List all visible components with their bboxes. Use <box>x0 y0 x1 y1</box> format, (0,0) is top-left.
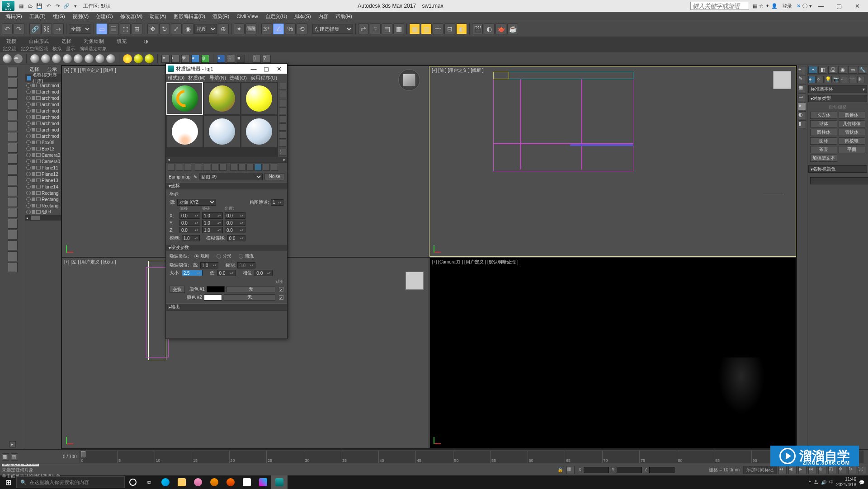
part4-icon[interactable]: ● <box>191 55 199 63</box>
mt8-icon[interactable] <box>230 164 237 171</box>
color2-check[interactable]: ✓ <box>279 295 283 300</box>
mirror-icon[interactable]: ⇄ <box>358 24 369 34</box>
coord-origin-icon[interactable]: ▦ <box>566 466 575 474</box>
help-search-input[interactable] <box>690 2 749 10</box>
coord-spinner[interactable]: 0.0▴▾ <box>225 220 245 226</box>
menu-render[interactable]: 渲染(R) <box>210 13 232 20</box>
menu-modifiers[interactable]: 修改器(M) <box>118 13 146 20</box>
lt-17-icon[interactable] <box>8 251 18 261</box>
objtype-button[interactable]: 球体 <box>810 120 837 127</box>
help-icon[interactable]: ⓘ <box>802 3 807 9</box>
visibility-icon[interactable] <box>26 210 31 214</box>
lt-5-icon[interactable] <box>8 121 18 131</box>
scene-scroll-x[interactable]: ◂ <box>25 215 61 221</box>
menu-tools[interactable]: 工具(T) <box>27 13 48 20</box>
qat-save-icon[interactable]: 💾 <box>35 2 43 10</box>
rs-3-icon[interactable]: ▦ <box>798 84 806 92</box>
visibility-icon[interactable] <box>26 108 31 113</box>
rollout-header[interactable]: ▸ 输出 <box>166 303 287 310</box>
time-slider[interactable]: 0510152025303540455055606570758085909510… <box>80 451 863 463</box>
color2-swatch[interactable] <box>204 294 222 301</box>
expand-icon[interactable]: ▸ <box>9 441 16 447</box>
mt4-icon[interactable] <box>195 164 202 171</box>
mt9-icon[interactable] <box>238 164 245 171</box>
visibility-icon[interactable] <box>26 197 31 202</box>
signin-link[interactable]: 登录 <box>782 3 792 9</box>
rect-select-icon[interactable]: ⬚ <box>120 24 131 34</box>
tab-objpaint[interactable]: 对象绘制 <box>78 38 110 45</box>
tab-toggle-icon[interactable]: ◑ <box>137 38 155 44</box>
schematic-icon[interactable]: ⊟ <box>444 24 455 34</box>
sys1-icon[interactable]: ▯ <box>253 55 261 63</box>
mat-side3-icon[interactable] <box>279 99 286 106</box>
mat-menu-util[interactable]: 实用程序(U) <box>250 75 277 81</box>
nav4-icon[interactable]: ↻ <box>848 466 856 474</box>
cyl-icon[interactable] <box>52 54 61 63</box>
scene-item[interactable]: Box08 <box>25 139 61 146</box>
scene-item[interactable]: archmod <box>25 127 61 133</box>
scene-item[interactable]: archmod <box>25 101 61 108</box>
align-icon[interactable]: ≡ <box>370 24 381 34</box>
rollout-header[interactable]: ▾ 噪波参数 <box>166 244 287 251</box>
mt2-icon[interactable] <box>176 164 183 171</box>
vp-cam-label[interactable]: [+] [Camera01 ] [用户定义 ] [默认明暗处理 ] <box>432 259 518 265</box>
geom-icon[interactable]: ● <box>808 76 816 83</box>
scene-item[interactable]: Rectangl <box>25 190 61 196</box>
helper1-icon[interactable]: ● <box>217 55 225 63</box>
lt-11-icon[interactable] <box>8 186 18 196</box>
objtype-button[interactable]: 长方体 <box>810 112 837 119</box>
lt-16-icon[interactable] <box>8 240 18 250</box>
freeze-icon[interactable] <box>32 128 35 132</box>
rollout-header[interactable]: ▾ 坐标 <box>166 182 287 189</box>
lt-8-icon[interactable] <box>8 154 18 164</box>
menu-content[interactable]: 内容 <box>316 13 331 20</box>
lt-14-icon[interactable] <box>8 219 18 229</box>
scene-item[interactable]: archmod <box>25 133 61 139</box>
mapchan-spinner[interactable]: 1▴▾ <box>271 199 283 206</box>
anim3-icon[interactable]: ▶ <box>798 466 807 474</box>
menu-customize[interactable]: 自定义(U) <box>263 13 290 20</box>
menu-civil[interactable]: Civil View <box>234 14 260 19</box>
light3-icon[interactable] <box>145 54 154 63</box>
map-type-button[interactable]: Noise <box>264 173 284 180</box>
mt6-icon[interactable] <box>211 164 218 171</box>
percent-snap-icon[interactable]: % <box>285 24 296 34</box>
coord-spinner[interactable]: 1.0▴▾ <box>202 227 223 233</box>
eyedrop-icon[interactable]: ✎ <box>193 174 197 179</box>
mat-title-bar[interactable]: 材质编辑器 - fqj1 — ▢ ✕ <box>166 64 287 74</box>
mat-side1-icon[interactable] <box>279 83 286 90</box>
tl-layout-icon[interactable]: ▦ <box>2 453 9 461</box>
visibility-icon[interactable] <box>26 83 31 88</box>
lights-icon[interactable]: 💡 <box>825 76 832 83</box>
plane-icon[interactable] <box>106 54 115 63</box>
visibility-icon[interactable] <box>26 184 31 189</box>
coord-spinner[interactable]: 0.0▴▾ <box>179 227 200 233</box>
mt13-icon[interactable] <box>271 164 278 171</box>
radio-regular[interactable] <box>194 254 199 259</box>
mat-side-opts-icon[interactable]: ⁝ <box>279 149 286 156</box>
tray-ime-icon[interactable]: 中 <box>829 479 834 485</box>
visibility-icon[interactable] <box>26 165 31 170</box>
coord-spinner[interactable]: 1.0▴▾ <box>202 212 223 219</box>
objtype-button[interactable]: 圆柱体 <box>810 129 837 136</box>
rs-6-icon[interactable]: ◐ <box>798 111 806 119</box>
y-input[interactable] <box>617 467 642 473</box>
freeze-icon[interactable] <box>32 84 35 87</box>
objtype-button[interactable]: 圆环 <box>810 137 837 145</box>
scene-item[interactable]: 组03 <box>25 209 61 215</box>
vp-top-label[interactable]: [+] [顶 ] [用户定义 ] [线框 ] <box>64 67 116 74</box>
user-icon[interactable]: 👤 <box>771 3 778 9</box>
scene-item[interactable]: archmod <box>25 89 61 95</box>
lt-4-icon[interactable] <box>8 110 18 120</box>
visibility-icon[interactable] <box>26 146 31 151</box>
menu-create[interactable]: 创建(C) <box>93 13 115 20</box>
helper2-icon[interactable]: ∷ <box>227 55 235 63</box>
lt-9-icon[interactable] <box>8 165 18 174</box>
visibility-icon[interactable] <box>26 127 31 132</box>
source-dropdown[interactable]: 对象 XYZ <box>177 199 216 206</box>
app4-icon[interactable] <box>255 475 271 489</box>
mat-slot-2[interactable] <box>203 82 240 115</box>
nav3-icon[interactable]: ✥ <box>838 466 846 474</box>
anim2-icon[interactable]: ◀ <box>788 466 797 474</box>
part1-icon[interactable]: ✦ <box>161 55 170 63</box>
